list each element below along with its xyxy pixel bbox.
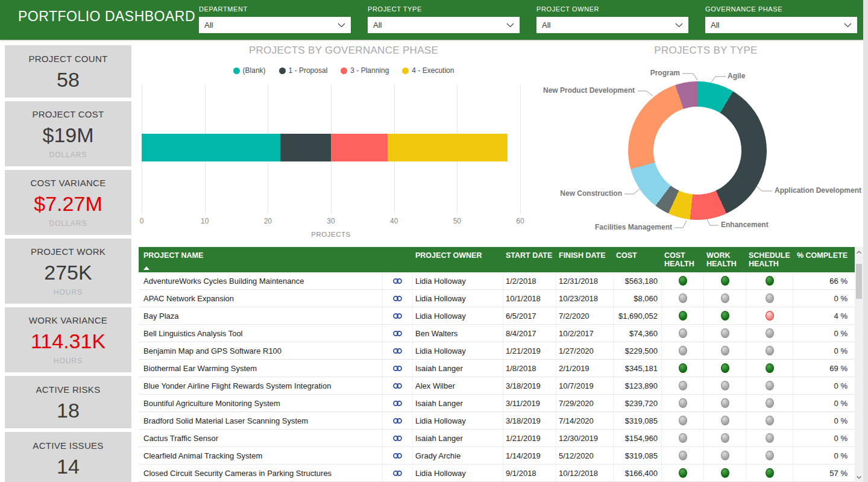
finish-date-cell: 1/27/2020 xyxy=(556,342,614,359)
table-row[interactable]: Benjamin Map and GPS Software R100Lidia … xyxy=(139,342,855,360)
kpi-unit: HOURS xyxy=(54,357,83,365)
start-date-cell: 3/18/2019 xyxy=(503,377,556,394)
link-cell xyxy=(383,412,413,429)
table-row[interactable]: Bay PlazaLidia Holloway6/5/20177/2/2020$… xyxy=(139,307,855,325)
filter-governance-phase-dropdown[interactable]: All xyxy=(705,17,857,33)
bar-segment-3-planning[interactable] xyxy=(331,134,388,161)
column-header-project-name[interactable]: PROJECT NAME xyxy=(139,247,413,272)
work-health-indicator-green xyxy=(721,276,729,286)
start-date-cell: 1/21/2019 xyxy=(503,430,556,446)
column-header-schedule-health[interactable]: SCHEDULE HEALTH xyxy=(746,247,793,268)
legend-item-1-proposal[interactable]: 1 - Proposal xyxy=(279,66,328,75)
column-header-pct-complete[interactable]: % COMPLETE xyxy=(793,247,855,260)
column-header-work-health[interactable]: WORK HEALTH xyxy=(704,247,746,268)
link-cell xyxy=(383,395,413,412)
table-row[interactable]: Cactus Traffic SensorIsaiah Langer1/21/2… xyxy=(139,430,855,447)
column-header-start-date[interactable]: START DATE xyxy=(503,247,556,260)
schedule-health-cell xyxy=(746,290,793,307)
bar-segment-blank[interactable] xyxy=(142,134,280,161)
table-row[interactable]: Biothermal Ear Warming SystemIsaiah Lang… xyxy=(139,360,855,377)
kpi-sidebar: PROJECT COUNT58PROJECT COST$19MDOLLARSCO… xyxy=(5,45,131,482)
scroll-down-button[interactable] xyxy=(855,472,863,482)
filter-project-owner-dropdown[interactable]: All xyxy=(536,17,688,33)
x-tick-label: 40 xyxy=(385,217,403,225)
filter-label: PROJECT OWNER xyxy=(536,5,688,13)
schedule-health-indicator-green xyxy=(766,276,774,286)
filter-project-type-dropdown[interactable]: All xyxy=(368,17,520,33)
filter-department-dropdown[interactable]: All xyxy=(199,17,351,33)
link-icon[interactable] xyxy=(392,452,403,460)
link-icon[interactable] xyxy=(392,277,403,285)
work-health-indicator-green xyxy=(721,468,729,478)
project-owner-cell: Grady Archie xyxy=(413,447,503,464)
legend-item-3-planning[interactable]: 3 - Planning xyxy=(341,66,389,75)
donut-label-new-construction: New Construction xyxy=(560,189,622,198)
table-row[interactable]: APAC Network ExpansionLidia Holloway10/1… xyxy=(139,290,855,307)
link-icon[interactable] xyxy=(392,295,403,302)
cost-health-cell xyxy=(662,412,704,429)
schedule-health-cell xyxy=(746,360,793,377)
work-health-indicator-green xyxy=(721,363,729,373)
schedule-health-cell xyxy=(746,307,793,324)
table-row[interactable]: Bountiful Agriculture Monitoring SystemI… xyxy=(139,395,855,412)
column-header-cost[interactable]: COST xyxy=(614,247,662,260)
bar-segment-4-execution[interactable] xyxy=(388,134,508,161)
schedule-health-cell xyxy=(746,447,793,464)
pct-complete-cell: 0 % xyxy=(793,395,855,412)
table-row[interactable]: AdventureWorks Cycles Building Maintenan… xyxy=(139,272,855,290)
link-icon[interactable] xyxy=(392,365,403,372)
scrollbar-thumb[interactable] xyxy=(856,264,862,299)
legend-dot xyxy=(233,67,240,74)
cost-health-indicator-gray xyxy=(679,346,687,355)
finish-date-cell: 7/14/2020 xyxy=(556,412,614,429)
start-date-cell: 1/2/2018 xyxy=(503,272,556,289)
link-icon[interactable] xyxy=(392,347,403,355)
start-date-cell: 3/18/2019 xyxy=(503,412,556,429)
kpi-title: WORK VARIANCE xyxy=(29,315,107,325)
link-icon[interactable] xyxy=(392,330,403,337)
work-health-cell xyxy=(704,342,746,359)
work-health-indicator-green xyxy=(721,311,729,321)
projects-table: PROJECT NAME PROJECT OWNER START DATE FI… xyxy=(139,247,863,482)
legend-item-4-execution[interactable]: 4 - Execution xyxy=(402,66,454,75)
table-row[interactable]: Blue Yonder Airline Flight Rewards Syste… xyxy=(139,377,855,395)
column-header-cost-health[interactable]: COST HEALTH xyxy=(662,247,704,268)
link-icon[interactable] xyxy=(392,434,403,442)
link-icon[interactable] xyxy=(392,399,403,407)
work-health-cell xyxy=(704,360,746,377)
finish-date-cell: 10/2/2017 xyxy=(556,325,614,342)
link-icon[interactable] xyxy=(392,469,403,477)
x-tick-label: 10 xyxy=(196,217,214,225)
cost-cell: $154,960 xyxy=(614,430,662,446)
bar-segment-1-proposal[interactable] xyxy=(280,134,331,161)
column-header-project-owner[interactable]: PROJECT OWNER xyxy=(413,247,503,260)
donut-chart[interactable] xyxy=(628,81,767,220)
link-icon[interactable] xyxy=(392,312,403,320)
legend-item-blank[interactable]: (Blank) xyxy=(233,66,266,75)
work-health-indicator-gray xyxy=(721,451,729,460)
table-row[interactable]: Closed Circuit Security Cameras in Parki… xyxy=(139,465,855,482)
scroll-up-button[interactable] xyxy=(855,247,863,257)
schedule-health-cell xyxy=(746,325,793,342)
kpi-card-project-cost: PROJECT COST$19MDOLLARS xyxy=(5,101,131,166)
page-scrollbar[interactable] xyxy=(863,0,868,482)
kpi-unit: DOLLARS xyxy=(49,219,87,228)
schedule-health-cell xyxy=(746,342,793,359)
schedule-health-indicator-gray xyxy=(766,398,774,408)
column-header-finish-date[interactable]: FINISH DATE xyxy=(556,247,614,260)
link-icon[interactable] xyxy=(392,417,403,425)
table-row[interactable]: Clearfield Animal Tracking SystemGrady A… xyxy=(139,447,855,465)
link-icon[interactable] xyxy=(392,382,403,390)
cost-health-cell xyxy=(662,342,704,359)
kpi-value: $19M xyxy=(42,125,93,145)
table-row[interactable]: Bradford Solid Material Laser Scanning S… xyxy=(139,412,855,430)
table-row[interactable]: Bell Linguistics Analysis ToolBen Walter… xyxy=(139,325,855,342)
project-name-cell: Bountiful Agriculture Monitoring System xyxy=(139,395,383,412)
cost-cell: $563,180 xyxy=(614,272,662,289)
cost-health-indicator-green xyxy=(679,276,687,286)
table-scrollbar[interactable] xyxy=(855,247,863,482)
cost-cell: $166,400 xyxy=(614,465,662,481)
table-header-row: PROJECT NAME PROJECT OWNER START DATE FI… xyxy=(139,247,855,272)
kpi-value: 114.31K xyxy=(31,331,105,351)
kpi-title: COST VARIANCE xyxy=(30,178,105,188)
